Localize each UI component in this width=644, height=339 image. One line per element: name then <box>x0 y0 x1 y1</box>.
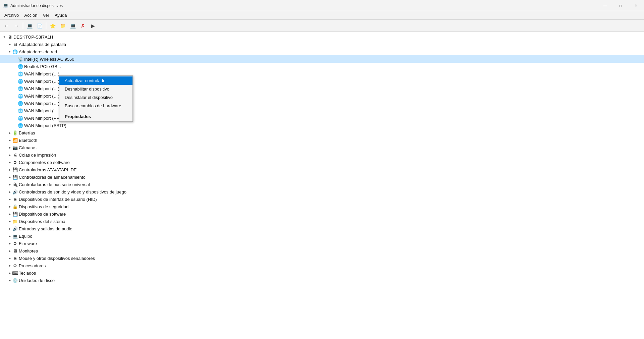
tree-label-equipo: Equipo <box>19 234 32 239</box>
computer-icon: 🖥 <box>7 34 12 40</box>
audio-icon: 🔊 <box>12 189 18 194</box>
tree-label-procesadores: Procesadores <box>19 263 46 268</box>
expand-arrow-adaptadores-red <box>7 49 12 54</box>
properties-button[interactable]: 📄 <box>35 21 44 31</box>
ata-icon: 💾 <box>12 167 18 172</box>
tree-item-wan-sstp[interactable]: 🌐 WAN Miniport (SSTP) <box>0 122 644 129</box>
expand-arrow-almacenamiento <box>7 174 12 180</box>
menu-ayuda[interactable]: Ayuda <box>52 12 70 19</box>
tree-label-almacenamiento: Controladoras de almacenamiento <box>19 175 86 180</box>
tree-item-disp-software[interactable]: 💾 Dispositivos de software <box>0 210 644 218</box>
menu-ver[interactable]: Ver <box>40 12 52 19</box>
expand-arrow-sistema <box>7 219 12 224</box>
wan-icon-2: 🌐 <box>18 78 23 84</box>
remove-button[interactable]: ✗ <box>78 21 88 31</box>
keyboard-icon: ⌨ <box>12 270 18 276</box>
tree-label-camaras: Cámaras <box>19 145 37 150</box>
cpu-icon: ⚙ <box>12 263 18 268</box>
tree-item-componentes[interactable]: ⚙ Componentes de software <box>0 159 644 166</box>
wireless-icon: 📡 <box>18 56 23 62</box>
tree-label-ata: Controladoras ATA/ATAPI IDE <box>19 167 76 172</box>
tree-item-baterias[interactable]: 🔋 Baterías <box>0 129 644 136</box>
tree-label-wan6: WAN Miniport (……) <box>24 108 64 113</box>
tree-label-wan2: WAN Miniport (…) <box>24 79 59 84</box>
minimize-button[interactable]: — <box>597 0 613 11</box>
ctx-propiedades[interactable]: Propiedades <box>59 112 132 121</box>
usb-icon: 🔌 <box>12 182 18 187</box>
wan-icon-3: 🌐 <box>18 86 23 91</box>
tree-item-audio[interactable]: 🔊 Entradas y salidas de audio <box>0 225 644 232</box>
ctx-propiedades-label: Propiedades <box>65 114 91 119</box>
security-icon: 🔒 <box>12 204 18 209</box>
expand-arrow-monitores <box>7 248 12 253</box>
tree-label-seguridad: Dispositivos de seguridad <box>19 204 68 209</box>
tree-item-hid[interactable]: 🖱 Dispositivos de interfaz de usuario (H… <box>0 195 644 203</box>
expand-arrow-seguridad <box>7 204 12 209</box>
monitor2-icon: 🖥 <box>12 248 18 253</box>
expand-arrow-bluetooth <box>7 137 12 143</box>
title-bar: 💻 Administrador de dispositivos — ◻ ✕ <box>0 0 644 11</box>
ctx-separator <box>59 111 132 111</box>
tree-item-realtek[interactable]: 🌐 Realtek PCIe GB... <box>0 63 644 70</box>
menu-bar: Archivo Acción Ver Ayuda <box>0 11 644 20</box>
expand-arrow-equipo <box>7 233 12 239</box>
expand-arrow-procesadores <box>7 263 12 268</box>
tree-item-adaptadores-red[interactable]: 🌐 Adaptadores de red <box>0 48 644 55</box>
monitor-button[interactable]: 💻 <box>68 21 77 31</box>
tree-item-procesadores[interactable]: ⚙ Procesadores <box>0 262 644 269</box>
expand-arrow-audio <box>7 226 12 231</box>
tree-item-colas[interactable]: 🖨 Colas de impresión <box>0 151 644 159</box>
tree-item-root[interactable]: 🖥 DESKTOP-S3I7A1H <box>0 33 644 41</box>
tree-label-unidades: Unidades de disco <box>19 278 55 283</box>
tree-item-bus[interactable]: 🔌 Controladoras de bus serie universal <box>0 181 644 188</box>
ctx-desinstalar[interactable]: Desinstalar el dispositivo <box>59 93 132 102</box>
ctx-buscar[interactable]: Buscar cambios de hardware <box>59 102 132 110</box>
maximize-button[interactable]: ◻ <box>613 0 628 11</box>
tree-label-wan1: WAN Miniport (…) <box>24 71 59 76</box>
scan-button[interactable]: ▶ <box>88 21 98 31</box>
tree-item-camaras[interactable]: 📷 Cámaras <box>0 144 644 151</box>
disp-software-icon: 💾 <box>12 211 18 217</box>
toolbar-separator-1 <box>23 22 23 29</box>
tree-item-firmware[interactable]: ⚙ Firmware <box>0 240 644 247</box>
window-controls: — ◻ ✕ <box>597 0 644 11</box>
menu-archivo[interactable]: Archivo <box>2 12 21 19</box>
menu-accion[interactable]: Acción <box>21 12 40 19</box>
tree-label-adaptadores-red: Adaptadores de red <box>19 49 57 54</box>
tree-label-adaptadores-pantalla: Adaptadores de pantalla <box>19 42 66 47</box>
show-hidden-button[interactable]: ⭐ <box>48 21 57 31</box>
tree-item-almacenamiento[interactable]: 💾 Controladoras de almacenamiento <box>0 173 644 181</box>
tree-item-equipo[interactable]: 💻 Equipo <box>0 232 644 240</box>
expand-arrow-unidades <box>7 278 12 283</box>
tree-item-sonido[interactable]: 🔊 Controladoras de sonido y video y disp… <box>0 188 644 195</box>
tree-item-teclados[interactable]: ⌨ Teclados <box>0 269 644 277</box>
tree-item-adaptadores-pantalla[interactable]: 🖥 Adaptadores de pantalla <box>0 41 644 48</box>
tree-label-sonido: Controladoras de sonido y video y dispos… <box>19 189 126 194</box>
printer-icon: 🖨 <box>12 152 18 158</box>
close-button[interactable]: ✕ <box>628 0 644 11</box>
tree-item-sistema[interactable]: 📁 Dispositivos del sistema <box>0 218 644 225</box>
tree-item-ata[interactable]: 💾 Controladoras ATA/ATAPI IDE <box>0 166 644 173</box>
expand-arrow-bus <box>7 182 12 187</box>
back-button[interactable]: ← <box>2 21 11 31</box>
ctx-actualizar[interactable]: Actualizar controlador <box>59 76 132 85</box>
forward-button[interactable]: → <box>12 21 21 31</box>
tree-item-monitores[interactable]: 🖥 Monitores <box>0 247 644 255</box>
tree-label-wan3: WAN Miniport (…) <box>24 86 59 91</box>
expand-arrow-sonido <box>7 189 12 194</box>
computer-button[interactable]: 💻 <box>25 21 34 31</box>
window-title: Administrador de dispositivos <box>10 3 63 8</box>
tree-item-seguridad[interactable]: 🔒 Dispositivos de seguridad <box>0 203 644 210</box>
network-icon: 🌐 <box>12 49 18 54</box>
tree-item-mouse[interactable]: 🖱 Mouse y otros dispositivos señaladores <box>0 255 644 262</box>
expand-arrow-ata <box>7 167 12 172</box>
title-bar-left: 💻 Administrador de dispositivos <box>3 3 63 8</box>
tree-item-bluetooth[interactable]: 📶 Bluetooth <box>0 136 644 144</box>
audio-io-icon: 🔊 <box>12 226 18 231</box>
folder-button[interactable]: 📁 <box>58 21 67 31</box>
ctx-deshabilitar[interactable]: Deshabilitar dispositivo <box>59 85 132 93</box>
tree-item-intel-wireless[interactable]: 📡 Intel(R) Wireless AC 9560 <box>0 55 644 63</box>
tree-label-firmware: Firmware <box>19 241 37 246</box>
tree-label-monitores: Monitores <box>19 248 38 253</box>
tree-item-unidades[interactable]: 💿 Unidades de disco <box>0 277 644 284</box>
